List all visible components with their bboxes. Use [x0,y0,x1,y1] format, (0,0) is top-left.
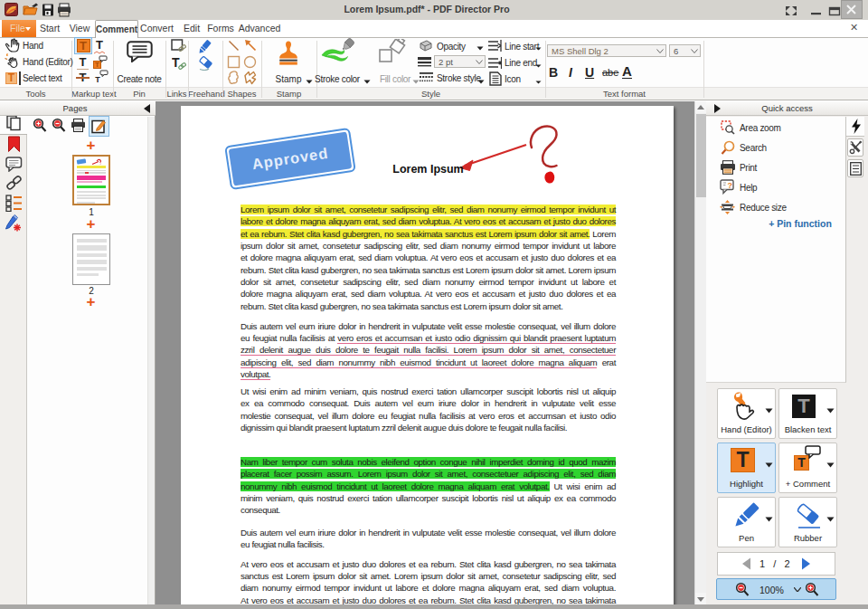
svg-text:?: ? [728,181,733,190]
